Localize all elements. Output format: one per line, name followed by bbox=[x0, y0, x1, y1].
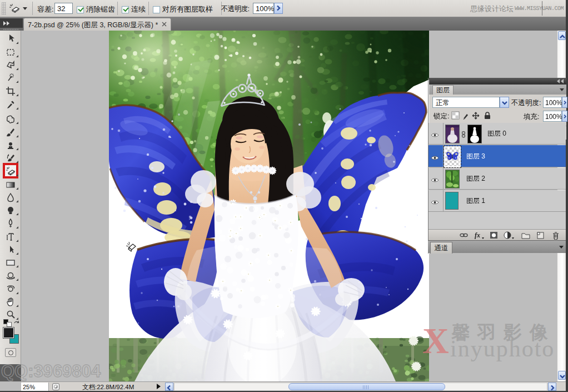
svg-text:fx: fx bbox=[475, 231, 480, 239]
